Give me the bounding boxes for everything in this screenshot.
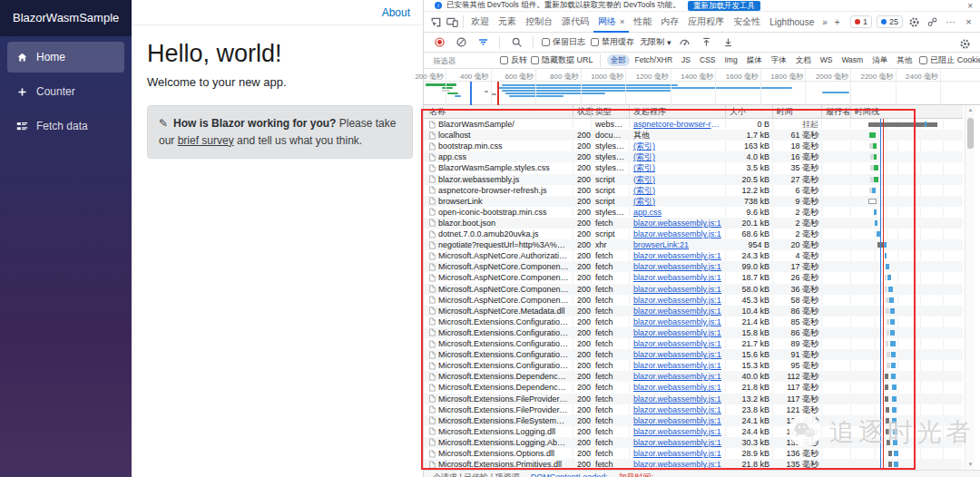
- disable-cache-checkbox[interactable]: 禁用缓存: [591, 36, 634, 48]
- table-row[interactable]: Microsoft.AspNetCore.Components.Forms.dl…: [424, 272, 963, 283]
- reload-devtools-button[interactable]: 重新加载开发工具: [688, 1, 760, 11]
- device-toolbar-icon[interactable]: [444, 14, 460, 30]
- import-har-icon[interactable]: [699, 34, 715, 51]
- table-row[interactable]: blazor.webassembly.js200script(索引)20.5 k…: [424, 174, 963, 185]
- tab-欢迎[interactable]: 欢迎: [466, 12, 494, 33]
- invert-checkbox[interactable]: 反转: [500, 54, 527, 66]
- inspect-element-icon[interactable]: [427, 14, 444, 30]
- network-overview[interactable]: [424, 82, 980, 105]
- filter-pill-ws[interactable]: WS: [817, 54, 837, 66]
- tab-控制台[interactable]: 控制台: [521, 12, 557, 33]
- blocked-cookies-checkbox[interactable]: 已阻止 Cookie: [919, 54, 980, 66]
- settings-gear-icon[interactable]: [907, 15, 921, 29]
- filter-icon[interactable]: [475, 34, 491, 51]
- brief-survey-link[interactable]: brief survey: [178, 134, 234, 147]
- more-tabs-icon[interactable]: »: [818, 17, 831, 27]
- column-header-init[interactable]: 发起程序: [631, 105, 725, 119]
- tab-元素[interactable]: 元素: [494, 12, 521, 33]
- table-row[interactable]: Microsoft.Extensions.Configuration.Json.…: [424, 360, 963, 371]
- table-row[interactable]: BlazorWasmSample/websocketaspnetcore-bro…: [424, 119, 963, 130]
- column-header-size[interactable]: 大小: [727, 105, 772, 119]
- hide-data-urls-checkbox[interactable]: 隐藏数据 URL: [531, 54, 593, 66]
- notification-close-icon[interactable]: ×: [967, 0, 973, 12]
- filter-pill-fetch-xhr[interactable]: Fetch/XHR: [632, 54, 677, 66]
- table-row[interactable]: Microsoft.Extensions.Logging.Abstraction…: [424, 437, 963, 448]
- scrollbar-thumb[interactable]: [967, 118, 974, 149]
- table-row[interactable]: Microsoft.Extensions.Configuration.FileE…: [424, 349, 963, 360]
- sidebar-item-home[interactable]: Home: [7, 42, 124, 73]
- network-conditions-icon[interactable]: [677, 34, 693, 51]
- table-row[interactable]: Microsoft.Extensions.FileSystemGlobbing.…: [424, 415, 963, 426]
- table-row[interactable]: Microsoft.Extensions.Primitives.dll200fe…: [424, 459, 963, 470]
- table-row[interactable]: Microsoft.AspNetCore.Metadata.dll200fetc…: [424, 306, 963, 316]
- record-icon[interactable]: [431, 34, 447, 51]
- table-row[interactable]: Microsoft.Extensions.FileProviders.Abstr…: [424, 394, 963, 404]
- table-row[interactable]: dotnet.7.0.0.amub20uvka.js200scriptblazo…: [424, 229, 963, 239]
- table-row[interactable]: Microsoft.AspNetCore.Components.Web.dll2…: [424, 284, 963, 295]
- table-row[interactable]: aspnetcore-browser-refresh.js200script(索…: [424, 185, 963, 196]
- error-badge[interactable]: 1: [850, 15, 872, 28]
- tab-close-icon[interactable]: ×: [620, 17, 624, 26]
- table-row[interactable]: Microsoft.AspNetCore.Authorization.dll20…: [424, 250, 963, 261]
- search-icon[interactable]: [508, 34, 524, 51]
- tab-源代码[interactable]: 源代码: [557, 12, 593, 33]
- table-row[interactable]: browserLink200script(索引)738 kB9 毫秒: [424, 196, 963, 207]
- close-devtools-icon[interactable]: ×: [962, 15, 975, 29]
- filter-pill-字体[interactable]: 字体: [768, 54, 790, 66]
- network-settings-gear-icon[interactable]: [956, 35, 973, 52]
- filter-pill-媒体[interactable]: 媒体: [743, 54, 766, 66]
- table-row[interactable]: app.css200stylesheet(索引)4.0 kB16 毫秒: [424, 151, 963, 162]
- tab-网络[interactable]: 网络×: [593, 12, 629, 33]
- scroll-down-icon[interactable]: ▼: [965, 460, 975, 470]
- column-header-ful[interactable]: 履行者: [823, 105, 850, 119]
- table-row[interactable]: Microsoft.Extensions.Logging.dll200fetch…: [424, 426, 963, 437]
- tab-安全性[interactable]: 安全性: [729, 12, 765, 33]
- table-row[interactable]: localhost200document其他1.7 kB61 毫秒: [424, 130, 963, 141]
- filter-pill-css[interactable]: CSS: [696, 54, 719, 66]
- filter-pill-img[interactable]: Img: [721, 54, 741, 66]
- clear-icon[interactable]: [453, 34, 469, 51]
- table-row[interactable]: Microsoft.Extensions.Configuration.Binde…: [424, 338, 963, 349]
- tab-内存[interactable]: 内存: [656, 12, 683, 33]
- table-row[interactable]: Microsoft.Extensions.DependencyInjection…: [424, 382, 963, 393]
- export-har-icon[interactable]: [720, 34, 737, 51]
- table-row[interactable]: Microsoft.Extensions.Configuration.dll20…: [424, 316, 963, 327]
- column-header-type[interactable]: 类型: [593, 105, 629, 119]
- table-row[interactable]: Microsoft.Extensions.Configuration.Abstr…: [424, 327, 963, 338]
- preserve-log-checkbox[interactable]: 保留日志: [542, 36, 585, 48]
- add-tab-icon[interactable]: +: [831, 17, 844, 27]
- about-link[interactable]: About: [382, 6, 410, 19]
- filter-pill-清单[interactable]: 清单: [868, 54, 891, 66]
- table-row[interactable]: Microsoft.AspNetCore.Components.WebAsse.…: [424, 295, 963, 306]
- column-header-wf[interactable]: 时间线: [852, 105, 961, 119]
- table-row[interactable]: Microsoft.Extensions.Options.dll200fetch…: [424, 448, 963, 459]
- tab-性能[interactable]: 性能: [629, 12, 656, 33]
- table-row[interactable]: bootstrap.min.css200stylesheet(索引)163 kB…: [424, 141, 963, 151]
- table-row[interactable]: open-iconic-bootstrap.min.css200styleshe…: [424, 207, 963, 218]
- throttling-select[interactable]: 无限制▾: [640, 36, 671, 48]
- issues-badge[interactable]: 25: [877, 15, 903, 28]
- column-header-time[interactable]: 时间: [774, 105, 821, 119]
- table-row[interactable]: Microsoft.AspNetCore.Components.dll200fe…: [424, 261, 963, 272]
- extensions-link-icon[interactable]: [926, 15, 939, 29]
- app-brand[interactable]: BlazorWasmSample: [0, 0, 132, 36]
- sidebar-item-counter[interactable]: Counter: [7, 76, 124, 107]
- scroll-up-icon[interactable]: ▲: [965, 105, 975, 115]
- table-row[interactable]: negotiate?requestUrl=http%3A%2F%2Flocalh…: [424, 239, 963, 250]
- table-row[interactable]: BlazorWasmSample.styles.css200stylesheet…: [424, 162, 963, 173]
- more-options-icon[interactable]: ···: [944, 15, 957, 29]
- column-header-name[interactable]: 名称: [426, 105, 572, 119]
- filter-pill-文档[interactable]: 文档: [792, 54, 815, 66]
- table-row[interactable]: Microsoft.Extensions.DependencyInjection…: [424, 371, 963, 382]
- table-scrollbar[interactable]: ▲ ▼: [965, 105, 975, 470]
- filter-pill-全部[interactable]: 全部: [607, 54, 630, 66]
- tab-应用程序[interactable]: 应用程序: [683, 12, 729, 33]
- tab-Lighthouse[interactable]: Lighthouse: [765, 12, 818, 33]
- filter-pill-js[interactable]: JS: [678, 54, 694, 66]
- table-row[interactable]: blazor.boot.json200fetchblazor.webassemb…: [424, 218, 963, 229]
- filter-pill-其他[interactable]: 其他: [893, 54, 916, 66]
- table-row[interactable]: Microsoft.Extensions.FileProviders.Physi…: [424, 404, 963, 415]
- network-filter-input[interactable]: [431, 55, 496, 66]
- filter-pill-wasm[interactable]: Wasm: [838, 54, 867, 66]
- sidebar-item-fetch-data[interactable]: Fetch data: [7, 111, 124, 141]
